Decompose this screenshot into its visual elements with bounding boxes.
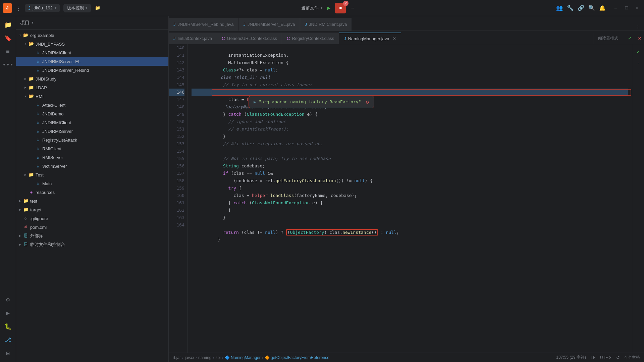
- sidebar-item-attackclient[interactable]: ☕ AttackClient: [16, 101, 168, 109]
- breadcrumb-method[interactable]: 🔶 getObjectFactoryFromReference: [265, 355, 329, 360]
- tabs-more-button[interactable]: ⋮: [632, 18, 644, 31]
- tab-registrycontext[interactable]: C RegistryContext.class: [282, 33, 339, 44]
- rb-check-icon[interactable]: ✓: [634, 47, 643, 56]
- ab-run2-icon[interactable]: ▶: [2, 307, 14, 319]
- java-file-icon: ☕: [35, 67, 41, 73]
- sidebar-item-ldap[interactable]: ▶ 📁 LDAP: [16, 83, 168, 92]
- sidebar-item-rmiserver[interactable]: ☕ RMIServer: [16, 153, 168, 162]
- code-line-160: }: [192, 199, 628, 207]
- titlebar-actions: 👥 🔧 🔗 🔍 🔔: [556, 5, 606, 11]
- ab-terminal-icon[interactable]: ⊞: [2, 347, 14, 359]
- warning-icon: ✕: [638, 35, 641, 42]
- ab-more-icon[interactable]: •••: [2, 59, 14, 71]
- folder-open-icon: 📂: [23, 33, 29, 38]
- minimize-button[interactable]: —: [612, 4, 620, 12]
- code-content[interactable]: InstantiationException, MalformedURLExce…: [187, 44, 632, 353]
- sidebar-item-victimserver[interactable]: ☕ VictimServer: [16, 162, 168, 170]
- popup-gear-icon[interactable]: ⚙: [366, 98, 369, 106]
- tab-jndirmiserver-el[interactable]: J JNDIRMIServer_EL.java: [238, 18, 300, 31]
- reader-mode-label[interactable]: 阅读器模式: [593, 33, 623, 44]
- project-selector[interactable]: J jdk8u_192 ▾: [25, 4, 60, 12]
- search-icon[interactable]: 🔍: [588, 5, 595, 11]
- tab-initialcontext[interactable]: J InitialContext.java: [169, 33, 217, 44]
- jndirmiserver-rebind-label: JNDIRMIServer_Rebind: [42, 68, 89, 73]
- pomxml-label: pom.xml: [30, 225, 47, 230]
- class-tab-icon: C: [287, 36, 290, 41]
- sidebar-item-resources[interactable]: ◈ resources: [16, 188, 168, 197]
- rb-warning-icon[interactable]: !: [634, 59, 643, 68]
- breadcrumb-spi[interactable]: spi: [215, 355, 220, 360]
- sidebar-item-org-example[interactable]: ▾ 📂 org.example: [16, 31, 168, 40]
- sidebar-item-jndirmiserver[interactable]: ☕ JNDIRMIServer: [16, 127, 168, 136]
- code-line-154: String codebase;: [192, 155, 628, 162]
- ab-bookmarks-icon[interactable]: 🔖: [2, 32, 14, 44]
- people-icon[interactable]: 👥: [556, 5, 563, 11]
- java-tab-icon: J: [344, 36, 346, 41]
- tab-jndirmiserver-rebind[interactable]: J JNDIRMIServer_Rebind.java: [169, 18, 238, 31]
- sidebar-item-gitignore[interactable]: ◇ .gitignore: [16, 214, 168, 223]
- sidebar-item-jndi-bypass[interactable]: ▾ 📂 JNDI_BYPASS: [16, 40, 168, 48]
- code-line-148: // ignore and continue: [192, 111, 628, 118]
- ab-structure-icon[interactable]: ≡: [2, 46, 14, 58]
- debug-badge-button[interactable]: ■ 2: [335, 3, 346, 13]
- check-icon[interactable]: ✓: [624, 33, 636, 44]
- breadcrumb-sep4: ›: [222, 355, 223, 360]
- resources-label: resources: [36, 190, 55, 195]
- expand-arrow-icon: ▶: [23, 86, 28, 90]
- sidebar-item-external-libs[interactable]: ▶ 🗄 外部库: [16, 231, 168, 240]
- java-file-icon: ☕: [35, 128, 41, 134]
- sidebar-item-pomxml[interactable]: ⌘ pom.xml: [16, 223, 168, 231]
- sidebar-item-rmi[interactable]: ▾ 📂 RMI: [16, 92, 168, 101]
- code-line-159: } catch (ClassNotFoundException e) {: [192, 192, 628, 199]
- ab-debug-icon[interactable]: 🐛: [2, 320, 14, 332]
- sidebar-header-arrow[interactable]: ▾: [32, 20, 34, 25]
- expand-arrow-icon: ▾: [17, 33, 23, 37]
- sidebar-item-jndirmiclient2[interactable]: ☕ JNDIRMIClient: [16, 118, 168, 127]
- popup-expand-arrow-icon[interactable]: ▶: [254, 98, 256, 106]
- sidebar-item-main[interactable]: ☕ Main: [16, 179, 168, 188]
- sidebar-item-jndirmiserver-el[interactable]: ☕ JNDIRMIServer_EL: [16, 57, 168, 66]
- more-actions-icon[interactable]: ⋯: [348, 3, 357, 13]
- expand-arrow-icon: ▾: [23, 42, 28, 46]
- breadcrumb-sep3: ›: [213, 355, 214, 360]
- breadcrumb-namingmanager[interactable]: 🔷 NamingManager: [225, 355, 261, 360]
- breadcrumb-naming[interactable]: naming: [198, 355, 211, 360]
- tab-label: InitialContext.java: [178, 36, 212, 41]
- notifications-icon[interactable]: 🔔: [599, 5, 606, 11]
- ab-git-icon[interactable]: ⎇: [2, 334, 14, 346]
- run-button[interactable]: ▶: [325, 3, 333, 13]
- menu-dots[interactable]: ⋮: [15, 4, 21, 12]
- breadcrumb-rtjar[interactable]: rt.jar: [173, 355, 181, 360]
- close-button[interactable]: ✕: [633, 4, 641, 12]
- ab-project-icon[interactable]: 📁: [2, 19, 14, 31]
- tab-genericurlcontext[interactable]: C GenericURLContext.class: [217, 33, 282, 44]
- maximize-button[interactable]: □: [623, 4, 631, 12]
- sidebar-item-jndirmiserver-rebind[interactable]: ☕ JNDIRMIServer_Rebind: [16, 66, 168, 74]
- tab-namingmanager[interactable]: J NamingManager.java ✕: [339, 33, 401, 44]
- breadcrumb-sep5: ›: [262, 355, 263, 360]
- sidebar-item-registrylistattack[interactable]: ☕ RegistryListAttack: [16, 136, 168, 144]
- sidebar-item-target[interactable]: ▶ 📁 target: [16, 205, 168, 214]
- tab-close-icon[interactable]: ✕: [393, 36, 396, 41]
- sidebar-item-jndirmiclient[interactable]: ☕ JNDIRMIClient: [16, 48, 168, 57]
- sidebar-item-jndidemo[interactable]: ☕ JNDIDemo: [16, 109, 168, 118]
- java-file-icon: ☕: [35, 111, 41, 116]
- vcs-selector[interactable]: 版本控制 ▾: [63, 4, 91, 12]
- target-label: target: [30, 207, 41, 212]
- breadcrumb-sep1: ›: [182, 355, 183, 360]
- tab-jndirmiclient[interactable]: J JNDIRMIClient.java: [300, 18, 352, 31]
- ab-settings2-icon[interactable]: ⚙: [2, 294, 14, 306]
- test-root-label: test: [30, 199, 37, 204]
- right-panel-icon[interactable]: ✕: [635, 33, 644, 44]
- run-icon: ▶: [327, 5, 331, 11]
- sidebar-item-test-root[interactable]: ▶ 📁 test: [16, 197, 168, 205]
- sidebar-item-test[interactable]: ▶ 📁 Test: [16, 170, 168, 179]
- sidebar-item-temp-files[interactable]: ▶ 🗄 临时文件和控制台: [16, 240, 168, 249]
- sidebar-item-rmiclient[interactable]: ☕ RMIClient: [16, 144, 168, 153]
- sidebar-item-jndistudy[interactable]: ▶ 📁 JNDIStudy: [16, 74, 168, 83]
- factory-popup: ▶ "org.apache.naming.factory.BeanFactory…: [249, 96, 374, 108]
- breadcrumb-javax[interactable]: javax: [185, 355, 194, 360]
- folder-icon[interactable]: 📁: [93, 3, 102, 13]
- settings-icon[interactable]: 🔧: [567, 5, 574, 11]
- plugins-icon[interactable]: 🔗: [578, 5, 584, 11]
